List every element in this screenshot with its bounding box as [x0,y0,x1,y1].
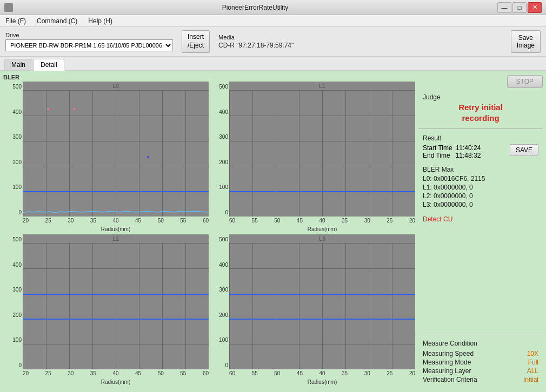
bler-l3: L3: 0x0000000, 0 [423,200,538,209]
gridline [252,90,253,217]
signal-wave-l0 [23,197,209,215]
end-time-row: End Time 11:48:32 [423,152,481,159]
judge-section: Judge Retry initialrecording [418,91,543,125]
tab-main[interactable]: Main [4,59,32,70]
bler-l1: L1: 0x0000000, 0 [423,183,538,192]
gridline [252,243,253,369]
insert-eject-button[interactable]: Insert/Eject [182,30,210,53]
blue-line-l2-200 [23,319,209,320]
chart-l2: 5004003002001000 L2 [3,234,209,386]
gridline [276,243,276,369]
gridline [322,243,323,369]
right-panel: STOP Judge Retry initialrecording Result… [418,74,543,386]
measuring-speed-row: Measuring Speed 10X [423,349,538,358]
maximize-button[interactable]: □ [512,2,527,13]
measuring-speed-label: Measuring Speed [423,350,474,357]
chart-l0: 500 400 300 200 100 0 L0 [3,82,209,233]
gridline [299,90,299,217]
tab-bar: Main Detail [0,57,546,71]
x-label-l3: Radius(mm) [210,379,415,386]
chart-l1-plot [229,90,415,217]
window-title: PioneerErrorRateUtility [13,4,497,11]
chart-l3-label: L3 [229,234,415,243]
y-400-l0: 400 [3,109,22,115]
measuring-layer-value: ALL [527,367,538,375]
gridline [345,90,346,217]
gridline [185,243,186,369]
tab-detail[interactable]: Detail [34,59,64,71]
gridline [299,243,299,369]
gridline [116,243,116,369]
chart-l0-plot [23,90,209,217]
gridline [345,243,346,369]
menu-bar: File (F) Command (C) Help (H) [0,15,546,27]
menu-file[interactable]: File (F) [2,17,29,25]
save-image-button[interactable]: SaveImage [511,30,541,53]
gridline [276,90,276,217]
divider [418,129,543,129]
measuring-layer-label: Measuring Layer [423,367,471,375]
measuring-mode-label: Measuring Mode [423,359,471,366]
result-section: Result Start Time 11:40:24 End Time 11:4… [418,132,543,161]
minimize-button[interactable]: — [497,2,511,13]
menu-command[interactable]: Command (C) [34,17,81,25]
chart-l2-label: L2 [23,234,209,243]
pink-dot-1 [47,108,49,110]
measuring-speed-value: 10X [527,350,538,357]
gridline [392,243,392,369]
blue-line-l0 [23,191,209,192]
chart-l1-label: L1 [229,82,415,90]
x-label-l0: Radius(mm) [3,226,209,233]
drive-select[interactable]: PIONEER BD-RW BDR-PR1M 1.65 16/10/05 PJD… [5,39,173,51]
toolbar: Drive PIONEER BD-RW BDR-PR1M 1.65 16/10/… [0,27,546,57]
chart-l1: 5004003002001000 L1 [210,82,415,233]
measuring-mode-row: Measuring Mode Full [423,358,538,367]
measuring-mode-value: Full [528,359,538,366]
blue-line-l2-300 [23,294,209,295]
measure-section: Measure Condition Measuring Speed 10X Me… [418,337,543,386]
bler-l0: L0: 0x0016CF6, 2115 [423,174,538,183]
y-200-l0: 200 [3,159,22,165]
gridline [369,90,369,217]
judge-value: Retry initialrecording [423,102,538,123]
menu-help[interactable]: Help (H) [85,17,116,25]
x-axis-l3: 605550454035302520 [229,369,415,379]
x-axis-l2: 202530354045505560 [23,369,209,379]
close-button[interactable]: ✕ [528,2,542,13]
end-time-value: 11:48:32 [456,152,481,159]
bler-section: BLER Max L0: 0x0016CF6, 2115 L1: 0x00000… [418,164,543,211]
main-area: BLER 500 400 300 200 100 0 [0,71,546,389]
drive-section: Drive PIONEER BD-RW BDR-PR1M 1.65 16/10/… [5,32,173,51]
y-100-l0: 100 [3,184,22,190]
chart-l2-plot [23,243,209,369]
gridline [46,243,46,369]
gridline [69,243,70,369]
app-icon [4,3,13,12]
drive-label: Drive [5,32,173,38]
gridline [322,90,323,217]
media-label: Media [218,34,502,40]
start-time-row: Start Time 11:40:24 [423,144,481,152]
blue-line-l3-300 [229,294,415,295]
title-bar: PioneerErrorRateUtility — □ ✕ [0,0,546,15]
x-label-l2: Radius(mm) [3,379,209,386]
gridline [369,243,369,369]
bler-l2: L2: 0x0000000, 0 [423,192,538,200]
gridline [392,90,392,217]
pink-dot-2 [73,108,75,110]
chart-l3: 5004003002001000 L3 [210,234,415,386]
blue-dot [147,156,149,158]
save-button[interactable]: SAVE [510,144,538,156]
media-section: Media CD-R "97:27:18-79:59:74" [218,34,502,49]
bler-max-label: BLER Max [423,166,538,173]
gridline [139,243,139,369]
gridline [23,243,23,369]
gridline [229,243,230,369]
stop-button[interactable]: STOP [507,75,543,88]
end-time-label: End Time [423,152,450,159]
gridline [92,243,93,369]
y-0-l0: 0 [3,209,22,215]
bler-axis-label: BLER [3,74,19,80]
verification-criteria-label: Verification Criteria [423,376,477,383]
window-controls: — □ ✕ [497,2,542,13]
